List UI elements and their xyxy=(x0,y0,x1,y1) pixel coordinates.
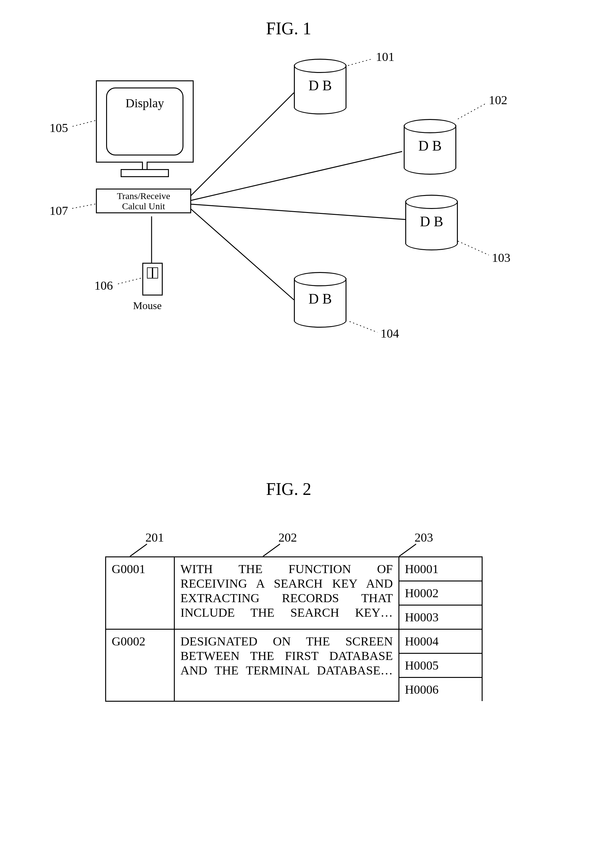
trans-receive-calcul-unit: Trans/Receive Calcul Unit xyxy=(96,188,191,213)
database-104: D B xyxy=(294,272,347,328)
unit-line2: Calcul Unit xyxy=(99,201,188,211)
svg-line-6 xyxy=(458,104,486,119)
figure-1-label: FIG. 1 xyxy=(266,18,311,38)
unit-line1: Trans/Receive xyxy=(99,191,188,201)
ref-103: 103 xyxy=(492,250,510,265)
display-screen-label: Display xyxy=(106,87,183,156)
svg-line-2 xyxy=(189,204,405,219)
database-101: D B xyxy=(294,59,347,114)
ref-101: 101 xyxy=(376,49,395,64)
mouse-icon xyxy=(142,263,163,295)
svg-line-8 xyxy=(350,321,378,332)
database-103: D B xyxy=(405,195,458,250)
svg-line-5 xyxy=(348,59,373,66)
db-label: D B xyxy=(294,291,347,307)
db-label: D B xyxy=(405,213,458,230)
figure-1: D B D B D B D B Display Trans/Receive Ca… xyxy=(93,56,526,365)
ref-102: 102 xyxy=(489,93,507,107)
svg-line-9 xyxy=(71,121,95,127)
svg-line-7 xyxy=(458,241,489,255)
display-monitor: Display xyxy=(96,80,194,162)
ref-104: 104 xyxy=(381,326,399,341)
database-102: D B xyxy=(404,119,456,175)
svg-line-3 xyxy=(189,207,294,300)
svg-line-12 xyxy=(130,544,147,556)
db-label: D B xyxy=(294,77,347,94)
ref-105: 105 xyxy=(49,121,68,135)
svg-line-10 xyxy=(71,204,95,209)
ref-107: 107 xyxy=(49,204,68,218)
figure-2: 201 202 203 G0001 WITH THE FUNCTION OF R… xyxy=(87,501,520,810)
ref-106: 106 xyxy=(94,278,113,293)
svg-line-11 xyxy=(116,278,141,285)
svg-line-1 xyxy=(189,152,402,201)
mouse-label: Mouse xyxy=(133,300,162,312)
svg-line-14 xyxy=(399,544,416,556)
figure-2-label: FIG. 2 xyxy=(266,479,311,499)
svg-line-13 xyxy=(263,544,280,556)
db-label: D B xyxy=(404,138,456,154)
svg-line-0 xyxy=(189,93,294,198)
